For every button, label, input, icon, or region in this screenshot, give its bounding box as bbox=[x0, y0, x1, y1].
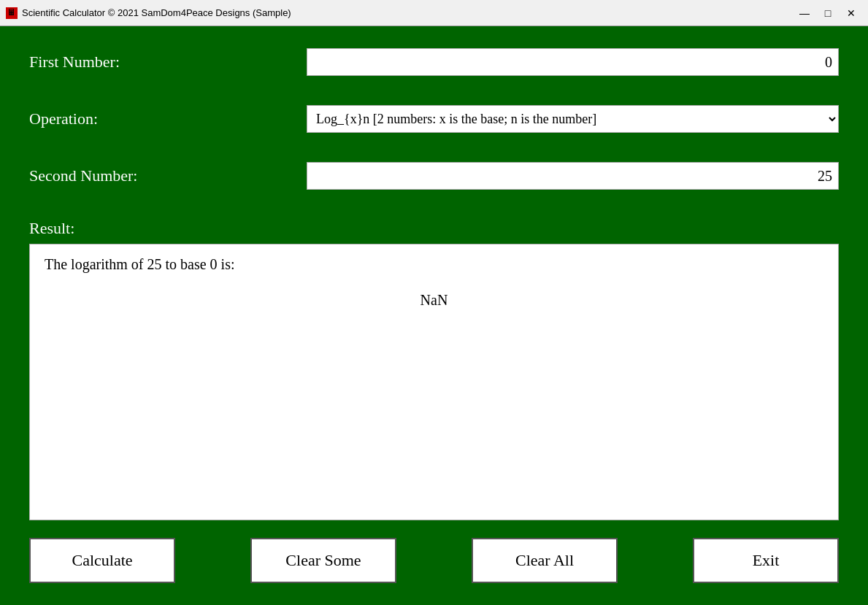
close-button[interactable]: ✕ bbox=[840, 5, 862, 21]
main-window: First Number: Operation: Log_{x}n [2 num… bbox=[0, 26, 868, 605]
result-line1: The logarithm of 25 to base 0 is: bbox=[45, 256, 823, 273]
first-number-label: First Number: bbox=[29, 53, 307, 72]
window-controls: — □ ✕ bbox=[794, 5, 862, 21]
result-box: The logarithm of 25 to base 0 is: NaN bbox=[29, 244, 839, 520]
first-number-input[interactable] bbox=[307, 48, 839, 76]
first-number-row: First Number: bbox=[29, 48, 839, 76]
title-bar: 🖩 Scientific Calculator © 2021 SamDom4Pe… bbox=[0, 0, 868, 26]
maximize-button[interactable]: □ bbox=[817, 5, 839, 21]
exit-button[interactable]: Exit bbox=[693, 538, 839, 583]
second-number-label: Second Number: bbox=[29, 166, 307, 185]
calculate-button[interactable]: Calculate bbox=[29, 538, 175, 583]
result-line2: NaN bbox=[45, 292, 823, 309]
clear-all-button[interactable]: Clear All bbox=[472, 538, 618, 583]
operation-select[interactable]: Log_{x}n [2 numbers: x is the base; n is… bbox=[307, 105, 839, 133]
clear-some-button[interactable]: Clear Some bbox=[250, 538, 396, 583]
title-bar-text: Scientific Calculator © 2021 SamDom4Peac… bbox=[22, 7, 794, 18]
result-section: Result: The logarithm of 25 to base 0 is… bbox=[29, 219, 839, 520]
operation-label: Operation: bbox=[29, 109, 307, 128]
button-row: Calculate Clear Some Clear All Exit bbox=[29, 528, 839, 590]
result-label: Result: bbox=[29, 219, 839, 238]
operation-row: Operation: Log_{x}n [2 numbers: x is the… bbox=[29, 105, 839, 133]
second-number-row: Second Number: bbox=[29, 162, 839, 190]
second-number-input[interactable] bbox=[307, 162, 839, 190]
app-icon: 🖩 bbox=[6, 7, 18, 19]
minimize-button[interactable]: — bbox=[794, 5, 815, 21]
